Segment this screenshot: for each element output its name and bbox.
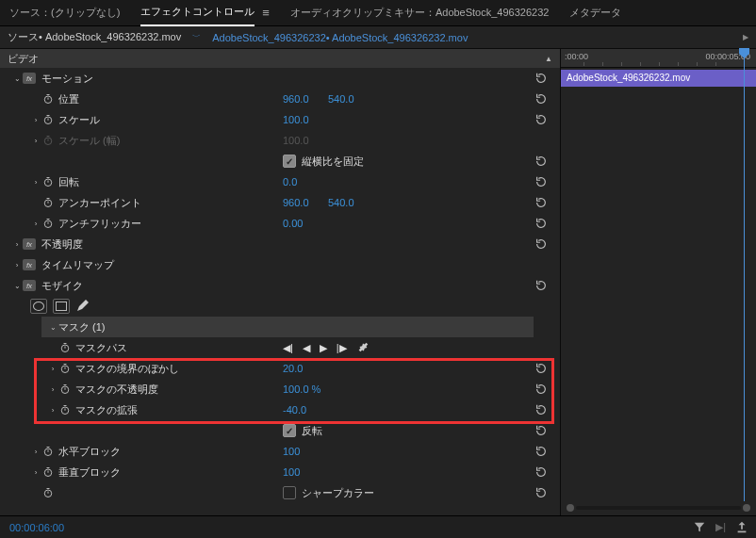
vblocks-value[interactable]: 100 <box>283 466 300 478</box>
export-icon[interactable] <box>735 520 748 535</box>
stopwatch-icon[interactable] <box>58 403 72 416</box>
param-mask-path[interactable]: マスクパス ◀| ◀ ▶ |▶ <box>0 337 560 358</box>
reset-icon[interactable] <box>532 112 551 127</box>
reset-icon[interactable] <box>532 402 551 417</box>
expand-icon[interactable]: › <box>30 468 41 477</box>
reset-icon[interactable] <box>532 195 551 210</box>
param-rotation[interactable]: › 回転 0.0 <box>0 171 560 192</box>
ellipse-mask-button[interactable] <box>30 299 47 314</box>
expand-icon[interactable]: › <box>47 365 58 373</box>
fx-badge-icon[interactable]: fx <box>23 259 36 270</box>
mask-feather-value[interactable]: 20.0 <box>283 363 303 374</box>
tab-audio-mixer[interactable]: オーディオクリップミキサー：AdobeStock_496326232 <box>290 6 550 20</box>
expand-icon[interactable]: › <box>30 448 41 456</box>
effect-opacity[interactable]: › fx 不透明度 <box>0 234 560 254</box>
reset-icon[interactable] <box>532 485 551 500</box>
mask-item[interactable]: ⌄ マスク (1) <box>41 317 534 337</box>
step-forward-icon[interactable]: ▶| <box>715 521 726 533</box>
expand-icon[interactable]: › <box>11 240 23 249</box>
reset-icon[interactable] <box>532 236 551 252</box>
timeline-zoom-scrollbar[interactable] <box>567 504 750 512</box>
stopwatch-icon[interactable] <box>58 383 72 396</box>
sharp-color-checkbox[interactable] <box>283 486 296 499</box>
param-scale[interactable]: › スケール 100.0 <box>0 109 560 130</box>
mask-opacity-value[interactable]: 100.0 % <box>283 383 320 395</box>
scale-value[interactable]: 100.0 <box>283 114 309 125</box>
antiflicker-value[interactable]: 0.00 <box>283 218 303 229</box>
stopwatch-icon[interactable] <box>41 486 55 499</box>
clip-duration-bar[interactable]: AdobeStock_496326232.mov <box>561 70 756 87</box>
param-mask-feather[interactable]: › マスクの境界のぼかし 20.0 <box>0 358 560 379</box>
param-anchor-point[interactable]: アンカーポイント 960.0 540.0 <box>0 192 560 213</box>
filter-icon[interactable] <box>693 520 706 535</box>
expand-icon[interactable]: › <box>47 406 58 415</box>
zoom-handle-right[interactable] <box>743 504 750 512</box>
uniform-scale-checkbox[interactable] <box>283 155 296 168</box>
track-back-one-icon[interactable]: ◀| <box>283 342 293 354</box>
reset-icon[interactable] <box>532 278 551 293</box>
param-sharp-colors[interactable]: シャープカラー <box>0 482 560 503</box>
mask-inverted-checkbox[interactable] <box>283 424 296 437</box>
fx-badge-icon[interactable]: fx <box>23 280 36 291</box>
effect-motion[interactable]: ⌄ fx モーション <box>0 68 560 89</box>
reset-icon[interactable] <box>532 361 551 376</box>
reset-icon[interactable] <box>532 216 551 231</box>
reset-icon[interactable] <box>532 382 551 397</box>
panel-menu-icon[interactable]: ≡ <box>262 6 270 20</box>
param-mask-expansion[interactable]: › マスクの拡張 -40.0 <box>0 399 560 420</box>
param-uniform-scale[interactable]: 縦横比を固定 <box>0 151 560 171</box>
param-horizontal-blocks[interactable]: › 水平ブロック 100 <box>0 441 560 462</box>
expand-icon[interactable]: › <box>30 178 41 187</box>
reset-icon[interactable] <box>532 91 551 106</box>
fx-badge-icon[interactable]: fx <box>23 73 36 84</box>
reset-icon[interactable] <box>532 154 551 169</box>
stopwatch-icon[interactable] <box>58 341 72 354</box>
pen-mask-button[interactable] <box>75 298 90 315</box>
timeline-ruler[interactable]: :00:00 00:00:05:00 <box>561 49 756 68</box>
playhead[interactable] <box>744 49 745 501</box>
reset-icon[interactable] <box>532 71 551 86</box>
expand-icon[interactable]: › <box>11 261 23 269</box>
param-mask-inverted[interactable]: 反転 <box>0 420 560 441</box>
track-backward-icon[interactable]: ◀ <box>303 342 310 354</box>
stopwatch-icon[interactable] <box>41 92 55 106</box>
toggle-icon[interactable]: ⌄ <box>11 282 23 290</box>
param-vertical-blocks[interactable]: › 垂直ブロック 100 <box>0 462 560 482</box>
expand-icon[interactable]: › <box>30 116 41 124</box>
reset-icon[interactable] <box>532 444 551 459</box>
stopwatch-icon[interactable] <box>41 113 55 126</box>
sequence-dropdown-icon[interactable]: ﹀ <box>189 31 205 43</box>
expand-icon[interactable]: › <box>30 220 41 228</box>
tab-source[interactable]: ソース：(クリップなし) <box>9 6 120 20</box>
toggle-icon[interactable]: ⌄ <box>47 323 58 332</box>
collapse-video-icon[interactable]: ▲ <box>545 55 552 63</box>
stopwatch-icon[interactable] <box>41 445 55 458</box>
anchor-x-value[interactable]: 960.0 <box>283 197 309 208</box>
tab-effect-controls[interactable]: エフェクトコントロール <box>140 0 255 26</box>
toggle-icon[interactable]: ⌄ <box>11 74 23 83</box>
tracking-settings-icon[interactable] <box>356 340 370 355</box>
stopwatch-icon[interactable] <box>41 465 55 479</box>
reset-icon[interactable] <box>532 465 551 480</box>
param-antiflicker[interactable]: › アンチフリッカー 0.00 <box>0 213 560 234</box>
position-x-value[interactable]: 960.0 <box>283 93 309 105</box>
position-y-value[interactable]: 540.0 <box>328 93 354 105</box>
fx-badge-icon[interactable]: fx <box>23 238 36 250</box>
effect-mosaic[interactable]: ⌄ fx モザイク <box>0 275 560 296</box>
effect-timeremap[interactable]: › fx タイムリマップ <box>0 254 560 275</box>
scroll-timeline-icon[interactable]: ▶ <box>743 33 748 41</box>
hblocks-value[interactable]: 100 <box>283 446 300 457</box>
mask-expansion-value[interactable]: -40.0 <box>283 404 306 416</box>
timecode-display[interactable]: 00:00:06:00 <box>9 522 64 533</box>
stopwatch-icon[interactable] <box>58 362 72 375</box>
reset-icon[interactable] <box>532 174 551 189</box>
tab-metadata[interactable]: メタデータ <box>569 6 621 20</box>
mask-name-label[interactable]: マスク (1) <box>58 320 106 334</box>
track-forward-one-icon[interactable]: |▶ <box>337 342 347 354</box>
param-mask-opacity[interactable]: › マスクの不透明度 100.0 % <box>0 379 560 399</box>
stopwatch-icon[interactable] <box>41 175 55 188</box>
stopwatch-icon[interactable] <box>41 217 55 230</box>
zoom-handle-left[interactable] <box>567 504 574 512</box>
sequence-link[interactable]: AdobeStock_496326232• AdobeStock_4963262… <box>212 32 468 43</box>
reset-icon[interactable] <box>532 423 551 438</box>
